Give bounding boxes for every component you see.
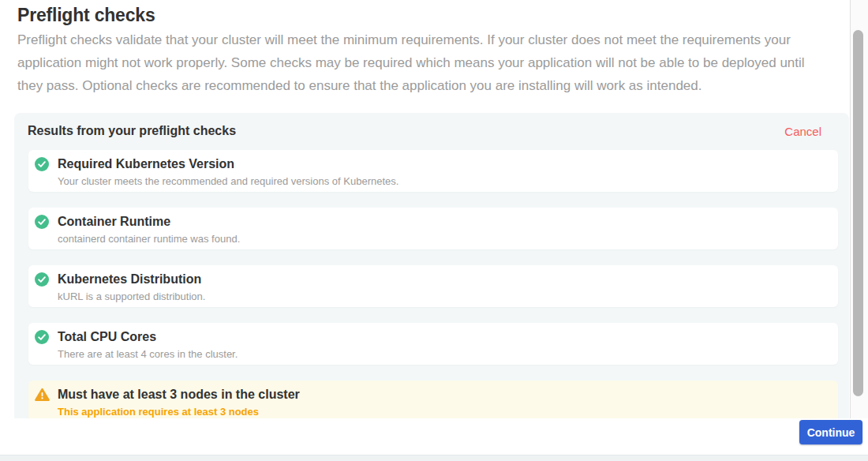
intro-line: Preflight checks validate that your clus… <box>17 28 846 51</box>
check-card-total-cpu-cores: Total CPU Cores There are at least 4 cor… <box>28 323 838 365</box>
check-description: This application requires at least 3 nod… <box>58 406 300 418</box>
scrollbar-thumb[interactable] <box>853 30 863 396</box>
intro-line: application might not work properly. Som… <box>17 51 846 74</box>
check-card-required-kubernetes-version: Required Kubernetes Version Your cluster… <box>28 150 838 192</box>
check-card-node-count-warning: Must have at least 3 nodes in the cluste… <box>28 380 838 422</box>
check-title: Total CPU Cores <box>58 330 238 344</box>
success-check-icon <box>35 157 50 171</box>
intro-text: Preflight checks validate that your clus… <box>17 28 846 97</box>
success-check-icon <box>35 330 50 344</box>
cancel-link[interactable]: Cancel <box>784 125 821 138</box>
intro-line: they pass. Optional checks are recommend… <box>17 74 846 97</box>
check-description: Your cluster meets the recommended and r… <box>58 175 398 187</box>
check-description: kURL is a supported distribution. <box>58 290 205 302</box>
bottom-strip <box>0 455 868 461</box>
continue-button[interactable]: Continue <box>799 420 862 444</box>
panel-title: Results from your preflight checks <box>28 124 236 138</box>
scrollbar-track[interactable] <box>850 0 868 455</box>
panel-header: Results from your preflight checks Cance… <box>14 113 849 150</box>
check-card-kubernetes-distribution: Kubernetes Distribution kURL is a suppor… <box>28 265 838 307</box>
check-title: Required Kubernetes Version <box>58 157 398 171</box>
check-title: Kubernetes Distribution <box>58 272 205 287</box>
check-title: Container Runtime <box>58 215 240 229</box>
success-check-icon <box>35 272 50 287</box>
check-title: Must have at least 3 nodes in the cluste… <box>58 388 300 402</box>
footer-bar <box>0 418 868 455</box>
success-check-icon <box>35 215 50 229</box>
preflight-results-panel: Results from your preflight checks Cance… <box>14 113 849 461</box>
page-title: Preflight checks <box>17 5 155 26</box>
check-card-container-runtime: Container Runtime containerd container r… <box>28 208 838 249</box>
check-description: There are at least 4 cores in the cluste… <box>58 348 238 360</box>
warning-triangle-icon <box>35 388 50 402</box>
check-results-list: Required Kubernetes Version Your cluster… <box>28 150 838 438</box>
check-description: containerd container runtime was found. <box>58 233 240 245</box>
